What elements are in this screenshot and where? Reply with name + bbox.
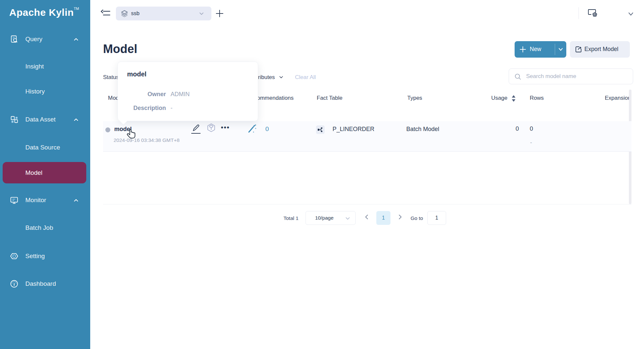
chevron-up-icon (73, 117, 79, 123)
sidebar-item-monitor[interactable]: Monitor (0, 194, 90, 207)
export-model-button[interactable]: Export Model (570, 41, 630, 58)
fact-table-icon (316, 125, 325, 134)
pagination-total: Total 1 (283, 215, 299, 221)
hand-cursor-icon (126, 128, 137, 140)
app-logo-trademark: TM (74, 7, 79, 11)
recommendations-count[interactable]: 0 (265, 125, 269, 133)
sidebar-item-history[interactable]: History (0, 85, 90, 98)
sidebar-item-label: Model (25, 169, 42, 176)
page-size-select[interactable]: 10/page (306, 211, 356, 225)
plus-icon (519, 46, 526, 53)
search-icon (514, 73, 522, 80)
sidebar-item-label: Setting (25, 253, 45, 260)
table-bottom-border (103, 204, 631, 204)
fact-table-value: P_LINEORDER (333, 126, 374, 133)
topbar-divider (578, 7, 579, 19)
sidebar-item-label: Query (25, 36, 42, 43)
sidebar-item-data-source[interactable]: Data Source (0, 141, 90, 154)
prev-page-icon[interactable] (364, 214, 370, 222)
apache-kylin-app: Apache KylinTM Model Query Insight Histo… (0, 0, 644, 349)
goto-label: Go to (411, 215, 423, 221)
column-header-expansion-label: Expansion Rate (605, 95, 631, 101)
export-icon (575, 45, 582, 53)
popover-owner-value: ADMIN (171, 91, 190, 98)
app-logo: Apache KylinTM (9, 7, 79, 18)
new-button-chevron-icon[interactable] (557, 46, 564, 53)
chevron-down-icon (345, 215, 351, 221)
project-selector[interactable]: ssb (116, 7, 211, 20)
more-actions-icon[interactable]: ••• (221, 124, 230, 131)
project-name: ssb (131, 10, 140, 16)
popover-description-label: Description (118, 105, 166, 112)
rows-secondary-value: - (530, 139, 532, 146)
model-type-value: Batch Model (406, 126, 439, 133)
export-button-label: Export Model (584, 46, 618, 53)
sidebar-item-query[interactable]: Query (0, 33, 90, 46)
usage-value: 0 (516, 125, 519, 132)
service-status[interactable]: Service Status (515, 8, 575, 19)
sidebar-item-setting[interactable]: Setting (0, 250, 90, 263)
sidebar-item-label: History (25, 88, 45, 95)
model-modified-time: 2024-09-16 03:34:38 GMT+8 (114, 137, 179, 143)
column-header-expansion[interactable]: Expansion Rate (605, 95, 631, 101)
app-logo-text: Apache Kylin (9, 7, 74, 18)
collapse-sidebar-icon[interactable] (100, 8, 111, 19)
sidebar-item-label: Batch Job (25, 224, 53, 231)
chevron-up-icon (73, 37, 79, 42)
chevron-down-icon (198, 10, 205, 17)
search-input[interactable] (526, 69, 628, 84)
sort-icon[interactable] (511, 95, 516, 102)
sidebar: Apache KylinTM Model Query Insight Histo… (0, 0, 90, 349)
edit-icon[interactable] (191, 123, 201, 133)
column-header-rows[interactable]: Rows (530, 95, 544, 101)
sidebar-item-batch-job[interactable]: Batch Job (0, 221, 90, 234)
topbar-chevron-down-icon[interactable] (627, 10, 635, 18)
column-header-fact-table[interactable]: Fact Table (317, 95, 342, 101)
popover-description-value: - (171, 105, 173, 112)
goto-page-input[interactable] (428, 211, 446, 225)
popover-model-name: model (127, 70, 147, 78)
magic-wand-icon[interactable] (247, 123, 257, 134)
sidebar-item-model[interactable]: Model (3, 162, 86, 183)
sidebar-item-label: Dashboard (25, 280, 56, 287)
page-size-value: 10/page (315, 215, 334, 221)
sidebar-item-dashboard[interactable]: Dashboard (0, 277, 90, 290)
button-divider (555, 44, 555, 55)
column-header-usage[interactable]: Usage (491, 95, 507, 101)
add-project-icon[interactable] (214, 8, 225, 19)
monitor-icon (10, 196, 18, 204)
sidebar-item-label: Data Source (25, 144, 60, 151)
project-layers-icon (121, 10, 128, 17)
model-status-dot (105, 127, 110, 132)
model-search (509, 68, 633, 84)
setting-icon (10, 252, 18, 260)
status-filter[interactable]: Status (103, 74, 119, 81)
chevron-up-icon (73, 198, 79, 203)
sidebar-item-label: Data Asset (25, 116, 56, 123)
column-header-types[interactable]: Types (407, 95, 422, 101)
popover-owner-label: Owner (118, 91, 166, 98)
next-page-icon[interactable] (397, 214, 403, 222)
new-model-button[interactable]: New (515, 41, 566, 58)
chevron-down-icon (279, 74, 284, 80)
sidebar-item-label: Insight (25, 63, 44, 70)
current-page-button[interactable]: 1 (376, 211, 390, 225)
model-info-popover: model Owner ADMIN Description - (118, 62, 258, 121)
new-button-label: New (530, 46, 541, 53)
sidebar-item-label: Monitor (25, 197, 46, 204)
clear-all-link[interactable]: Clear All (295, 74, 316, 81)
system-admin-icon[interactable] (587, 8, 599, 19)
edit-icon-underline (191, 133, 201, 134)
goto-page-box (427, 211, 446, 225)
dashboard-icon (10, 280, 18, 288)
sidebar-item-data-asset[interactable]: Data Asset (0, 113, 90, 126)
rows-value: 0 (530, 125, 533, 132)
cube-icon[interactable] (207, 123, 216, 132)
page-title: Model (103, 42, 137, 56)
query-icon (10, 35, 18, 43)
sidebar-item-insight[interactable]: Insight (0, 60, 90, 73)
data-asset-icon (10, 115, 18, 124)
